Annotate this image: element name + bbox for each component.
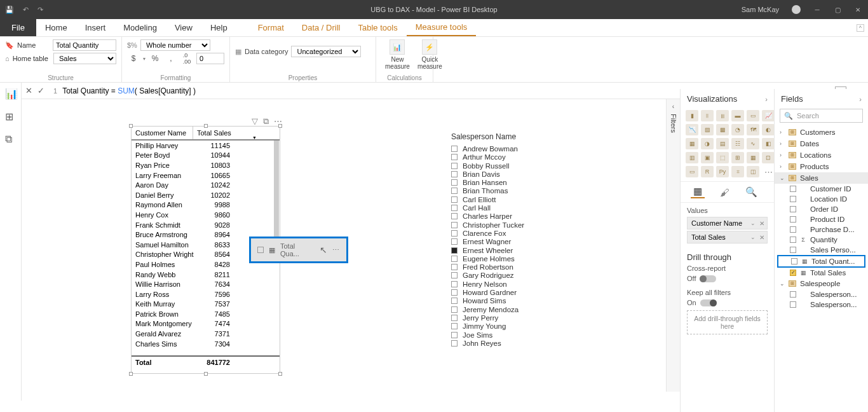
column-total-sales[interactable]: Total Sales▼	[193, 127, 280, 139]
table-sales[interactable]: ⌄⊞Sales	[775, 172, 868, 184]
percent-button[interactable]: %	[149, 53, 161, 64]
table-row[interactable]: Frank Schmidt9028	[132, 220, 280, 230]
slicer-option[interactable]: Brian Thomas	[451, 187, 585, 195]
currency-button[interactable]: $	[127, 53, 140, 64]
column-customer-name[interactable]: Customer Name	[132, 127, 193, 139]
file-menu[interactable]: File	[0, 19, 36, 36]
slicer-option[interactable]: Jerry Perry	[451, 314, 585, 322]
tab-insert[interactable]: Insert	[76, 19, 115, 36]
checkbox-icon[interactable]	[451, 222, 458, 228]
viz-type-button[interactable]: ▭	[686, 166, 698, 177]
viz-type-button[interactable]: 📈	[762, 110, 775, 121]
field-item[interactable]: Sales Perso...	[775, 245, 868, 255]
table-row[interactable]: Larry Ross7596	[132, 289, 280, 299]
checkbox-icon[interactable]	[451, 154, 458, 160]
well-total-sales[interactable]: Total Sales⌄✕	[687, 231, 768, 244]
tab-table-tools[interactable]: Table tools	[349, 19, 406, 36]
viz-type-button[interactable]: ▭	[747, 110, 759, 121]
slicer-option[interactable]: Carl Hall	[451, 204, 585, 212]
viz-type-button[interactable]: ◐	[762, 124, 775, 135]
checkbox-icon[interactable]	[451, 163, 458, 169]
close-button[interactable]: ✕	[854, 6, 862, 13]
undo-icon[interactable]: ↶	[23, 6, 29, 14]
tab-modeling[interactable]: Modeling	[114, 19, 166, 36]
report-view-icon[interactable]: 📊	[5, 88, 17, 99]
field-item[interactable]: Salesperson...	[775, 289, 868, 299]
checkbox-icon[interactable]	[451, 171, 458, 177]
slicer-option[interactable]: Jimmy Young	[451, 322, 585, 330]
table-customers[interactable]: ›⊞Customers	[775, 127, 868, 138]
slicer-option[interactable]: Clarence Fox	[451, 230, 585, 237]
tab-data-drill[interactable]: Data / Drill	[293, 19, 349, 36]
user-name[interactable]: Sam McKay	[742, 6, 779, 13]
field-item[interactable]: ▦Total Sales	[775, 268, 868, 278]
viz-type-button[interactable]: ▦	[747, 152, 759, 163]
drag-field-tooltip[interactable]: ▦ Total Qua... ↖ ⋯	[249, 237, 348, 263]
decimals-input[interactable]	[196, 53, 224, 64]
slicer-option[interactable]: Arthur Mccoy	[451, 153, 585, 161]
table-row[interactable]: Aaron Day10242	[132, 180, 280, 190]
checkbox-icon[interactable]	[451, 306, 458, 313]
checkbox-icon[interactable]	[451, 315, 458, 321]
report-canvas[interactable]: ▽ ⧉ ⋯ Customer Name Total Sales▼ Phillip…	[22, 99, 680, 412]
slicer-option[interactable]: Brian Davis	[451, 170, 585, 178]
checkbox-icon[interactable]	[451, 247, 458, 254]
field-checkbox[interactable]	[790, 216, 796, 223]
viz-type-button[interactable]: ⊞	[731, 152, 744, 163]
slicer-option[interactable]: Howard Sims	[451, 297, 585, 305]
field-item[interactable]: ΣQuantity	[775, 235, 868, 245]
well-customer-name[interactable]: Customer Name⌄✕	[687, 217, 768, 230]
drill-through-dropzone[interactable]: Add drill-through fields here	[687, 310, 768, 334]
measure-name-input[interactable]	[53, 39, 116, 51]
fields-search-input[interactable]: 🔍 Search	[780, 109, 863, 123]
table-row[interactable]: Larry Freeman10665	[132, 170, 280, 181]
checkbox-icon[interactable]	[451, 230, 458, 237]
redo-icon[interactable]: ↷	[37, 6, 43, 14]
table-row[interactable]: Keith Murray7537	[132, 299, 280, 310]
checkbox-icon[interactable]	[451, 289, 458, 296]
field-item[interactable]: Location ID	[775, 194, 868, 204]
collapse-viz-icon[interactable]: ›	[765, 95, 768, 103]
field-checkbox[interactable]	[791, 258, 797, 264]
slicer-option[interactable]: Howard Gardner	[451, 289, 585, 296]
tab-measure-tools[interactable]: Measure tools	[407, 19, 477, 36]
table-row[interactable]: Gerald Alvarez7371	[132, 329, 280, 339]
viz-type-button[interactable]: ▮	[686, 110, 698, 121]
slicer-visual[interactable]: Salesperson Name Andrew BowmanArthur Mcc…	[451, 132, 585, 348]
expand-filters-icon[interactable]: ‹	[672, 103, 674, 110]
tab-help[interactable]: Help	[201, 19, 236, 36]
field-item[interactable]: Customer ID	[775, 184, 868, 194]
table-locations[interactable]: ›⊞Locations	[775, 149, 868, 161]
checkbox-icon[interactable]	[451, 340, 458, 347]
datacategory-select[interactable]: Uncategorized	[291, 46, 361, 57]
viz-type-button[interactable]: ◔	[731, 124, 744, 135]
field-checkbox[interactable]	[790, 226, 796, 233]
slicer-option[interactable]: Eugene Holmes	[451, 255, 585, 263]
viz-type-button[interactable]: ▬	[731, 110, 744, 121]
tab-format[interactable]: Format	[249, 19, 293, 36]
slicer-option[interactable]: Carl Elliott	[451, 196, 585, 203]
viz-type-button[interactable]: ▩	[716, 124, 729, 135]
format-tab-icon[interactable]: 🖌	[717, 186, 731, 198]
viz-type-button[interactable]: 📉	[686, 124, 698, 135]
slicer-option[interactable]: Charles Harper	[451, 212, 585, 220]
filter-icon[interactable]: ▽	[252, 116, 258, 127]
tab-view[interactable]: View	[166, 19, 201, 36]
chevron-down-icon[interactable]: ⌄	[750, 220, 756, 226]
slicer-option[interactable]: Jeremy Mendoza	[451, 306, 585, 313]
tab-home[interactable]: Home	[36, 19, 76, 36]
table-products[interactable]: ›⊞Products	[775, 161, 868, 172]
slicer-option[interactable]: Gary Rodriguez	[451, 271, 585, 279]
maximize-button[interactable]: ▢	[834, 6, 841, 13]
field-checkbox[interactable]	[790, 270, 796, 276]
avatar-icon[interactable]	[792, 5, 801, 14]
table-row[interactable]: Patrick Brown7485	[132, 309, 280, 319]
slicer-option[interactable]: Andrew Bowman	[451, 145, 585, 153]
quick-measure-button[interactable]: ⚡ Quick measure	[414, 39, 446, 70]
remove-icon[interactable]: ✕	[759, 234, 764, 241]
checkbox-icon[interactable]	[451, 238, 458, 245]
table-row[interactable]: Willie Harrison7634	[132, 279, 280, 289]
field-checkbox[interactable]	[790, 247, 796, 253]
keep-filters-toggle[interactable]: On	[687, 299, 768, 306]
cancel-formula-button[interactable]: ✕	[25, 86, 32, 95]
